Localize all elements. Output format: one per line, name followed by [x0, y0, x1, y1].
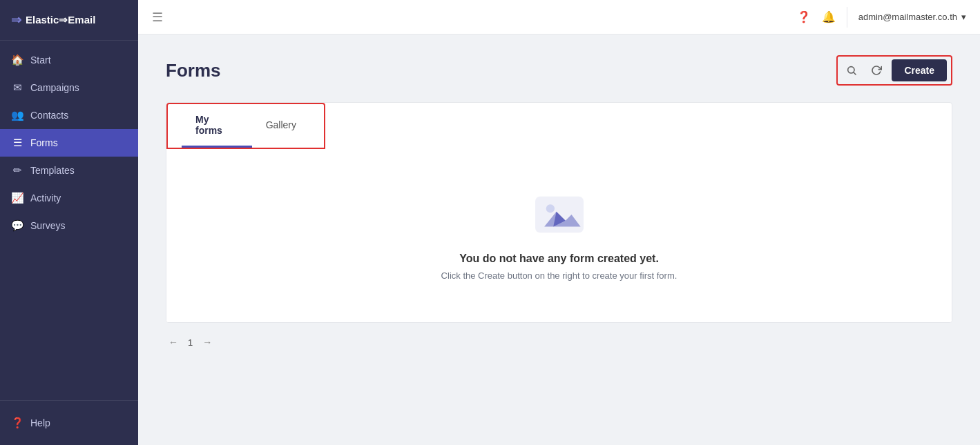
tab-panel: My forms Gallery You do not have any for…	[166, 102, 952, 323]
topbar-left: ☰	[152, 10, 163, 25]
forms-icon: ☰	[11, 137, 23, 149]
sidebar-item-contacts-label: Contacts	[30, 110, 68, 121]
create-button[interactable]: Create	[892, 59, 947, 81]
tab-my-forms[interactable]: My forms	[182, 104, 252, 148]
sidebar-item-start[interactable]: 🏠 Start	[0, 46, 138, 74]
sidebar-nav: 🏠 Start ✉ Campaigns 👥 Contacts ☰ Forms ✏…	[0, 41, 138, 400]
notifications-icon[interactable]: 🔔	[822, 10, 836, 23]
topbar-divider	[847, 7, 847, 28]
pagination: ← 1 →	[166, 333, 952, 352]
campaigns-icon: ✉	[11, 81, 23, 94]
sidebar-item-contacts[interactable]: 👥 Contacts	[0, 101, 138, 129]
help-circle-icon[interactable]: ❓	[797, 10, 811, 23]
main-area: ☰ ❓ 🔔 admin@mailmaster.co.th ▾ Forms	[138, 0, 980, 445]
svg-line-1	[854, 72, 856, 75]
templates-icon: ✏	[11, 164, 23, 177]
page-header: Forms Create	[166, 55, 952, 86]
sidebar-item-activity-label: Activity	[30, 192, 61, 204]
surveys-icon: 💬	[11, 219, 23, 232]
contacts-icon: 👥	[11, 109, 23, 121]
activity-icon: 📈	[11, 192, 23, 204]
sidebar-item-help[interactable]: ❓ Help	[0, 409, 138, 437]
topbar-right: ❓ 🔔 admin@mailmaster.co.th ▾	[797, 7, 966, 28]
sidebar-item-activity[interactable]: 📈 Activity	[0, 184, 138, 212]
content-area: Forms Create My forms	[138, 34, 980, 445]
pagination-prev-button[interactable]: ←	[166, 335, 181, 349]
page-actions: Create	[836, 55, 952, 86]
sidebar-item-campaigns[interactable]: ✉ Campaigns	[0, 74, 138, 101]
sidebar-item-help-label: Help	[30, 417, 50, 428]
sidebar: ⇒ Elastic⇒Email 🏠 Start ✉ Campaigns 👥 Co…	[0, 0, 138, 445]
sidebar-item-surveys-label: Surveys	[30, 220, 66, 231]
empty-state: You do not have any form created yet. Cl…	[166, 149, 952, 322]
user-email: admin@mailmaster.co.th	[858, 12, 957, 22]
tab-gallery[interactable]: Gallery	[252, 110, 310, 142]
search-icon	[846, 65, 857, 76]
sidebar-item-templates[interactable]: ✏ Templates	[0, 157, 138, 184]
pagination-current-page: 1	[185, 336, 195, 349]
sidebar-item-start-label: Start	[30, 55, 51, 66]
logo-icon: ⇒	[11, 12, 21, 28]
empty-title: You do not have any form created yet.	[459, 253, 659, 265]
sidebar-item-forms-label: Forms	[30, 137, 58, 148]
user-chevron-icon: ▾	[961, 12, 966, 22]
empty-subtitle: Click the Create button on the right to …	[441, 270, 678, 281]
user-menu[interactable]: admin@mailmaster.co.th ▾	[858, 12, 966, 22]
svg-point-5	[546, 204, 554, 212]
tab-panel-header: My forms Gallery	[166, 103, 325, 149]
search-button[interactable]	[842, 62, 861, 79]
start-icon: 🏠	[11, 54, 23, 66]
topbar: ☰ ❓ 🔔 admin@mailmaster.co.th ▾	[138, 0, 980, 34]
empty-image-icon	[532, 190, 587, 239]
page-title: Forms	[166, 60, 220, 81]
refresh-icon	[871, 65, 882, 76]
sidebar-bottom: ❓ Help	[0, 400, 138, 445]
help-icon: ❓	[11, 417, 23, 429]
pagination-next-button[interactable]: →	[200, 335, 215, 349]
sidebar-item-templates-label: Templates	[30, 165, 75, 176]
sidebar-item-campaigns-label: Campaigns	[30, 82, 79, 93]
sidebar-item-forms[interactable]: ☰ Forms	[0, 129, 138, 157]
refresh-button[interactable]	[867, 62, 886, 79]
sidebar-item-surveys[interactable]: 💬 Surveys	[0, 212, 138, 239]
menu-icon[interactable]: ☰	[152, 10, 163, 25]
app-logo: ⇒ Elastic⇒Email	[0, 0, 138, 41]
